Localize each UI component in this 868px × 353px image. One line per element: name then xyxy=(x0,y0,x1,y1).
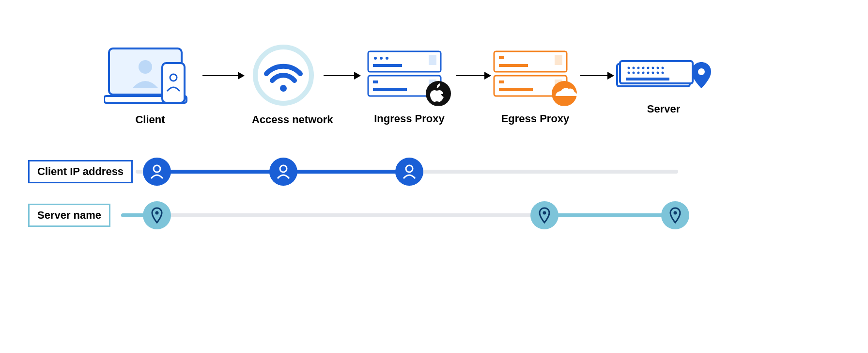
svg-rect-11 xyxy=(373,64,402,67)
marker-server-name-at-egress xyxy=(530,201,558,229)
svg-rect-14 xyxy=(373,80,378,83)
svg-point-42 xyxy=(652,72,654,74)
svg-point-35 xyxy=(657,67,659,69)
legend-client-ip-label: Client IP address xyxy=(37,165,124,177)
node-access-network: Access network xyxy=(252,44,315,126)
node-egress-label: Egress Proxy xyxy=(492,112,579,125)
svg-rect-45 xyxy=(626,78,669,80)
svg-rect-19 xyxy=(499,56,504,59)
user-icon xyxy=(276,164,291,179)
user-icon xyxy=(150,164,164,179)
svg-point-9 xyxy=(380,57,383,60)
server-stack-orange-icon xyxy=(492,48,579,106)
svg-point-41 xyxy=(647,72,650,74)
svg-point-10 xyxy=(386,57,388,60)
svg-rect-12 xyxy=(429,55,436,65)
user-icon xyxy=(402,164,417,179)
svg-point-39 xyxy=(637,72,640,74)
marker-server-name-at-client xyxy=(143,201,171,229)
svg-point-46 xyxy=(698,68,705,75)
legend-client-ip: Client IP address xyxy=(28,160,133,183)
arrow-ingress-to-egress xyxy=(456,75,490,76)
arrow-egress-to-server xyxy=(580,75,613,76)
svg-point-48 xyxy=(280,165,287,172)
node-server-label: Server xyxy=(615,103,712,115)
svg-point-37 xyxy=(628,72,630,74)
svg-point-34 xyxy=(652,67,654,69)
arrow-client-to-access xyxy=(202,75,244,76)
legend-server-name: Server name xyxy=(28,204,110,227)
svg-point-38 xyxy=(633,72,635,74)
pin-icon xyxy=(669,207,682,224)
svg-point-44 xyxy=(662,72,664,74)
svg-point-47 xyxy=(154,165,160,172)
legend-server-name-label: Server name xyxy=(37,209,101,221)
svg-point-52 xyxy=(674,211,677,215)
arrow-access-to-ingress xyxy=(324,75,360,76)
node-egress-proxy: Egress Proxy xyxy=(492,48,579,125)
svg-point-30 xyxy=(633,67,635,69)
client-devices-icon xyxy=(104,44,196,107)
node-ingress-label: Ingress Proxy xyxy=(366,112,453,125)
node-ingress-proxy: Ingress Proxy xyxy=(366,48,453,125)
svg-point-29 xyxy=(628,67,630,69)
pin-icon xyxy=(538,207,551,224)
node-access-label: Access network xyxy=(252,113,315,126)
svg-point-31 xyxy=(637,67,640,69)
node-server: Server xyxy=(615,57,712,115)
svg-point-49 xyxy=(406,165,413,172)
node-client-label: Client xyxy=(104,113,196,126)
svg-rect-3 xyxy=(162,63,185,103)
marker-server-name-at-server xyxy=(661,201,689,229)
svg-point-51 xyxy=(543,211,546,215)
marker-client-ip-at-access xyxy=(269,158,297,186)
svg-point-40 xyxy=(642,72,645,74)
svg-point-43 xyxy=(657,72,659,74)
svg-rect-20 xyxy=(499,64,528,67)
node-client: Client xyxy=(104,44,196,126)
pin-icon xyxy=(151,207,163,224)
svg-point-36 xyxy=(662,67,664,69)
svg-rect-15 xyxy=(373,88,407,91)
svg-rect-24 xyxy=(499,88,533,91)
svg-rect-23 xyxy=(499,80,504,83)
marker-client-ip-at-ingress xyxy=(395,158,423,186)
svg-point-2 xyxy=(139,60,152,74)
svg-point-33 xyxy=(647,67,650,69)
svg-point-32 xyxy=(642,67,645,69)
svg-point-6 xyxy=(280,85,287,92)
server-stack-blue-icon xyxy=(366,48,453,106)
svg-point-8 xyxy=(374,57,377,60)
wifi-icon xyxy=(252,44,315,107)
svg-rect-21 xyxy=(555,55,562,65)
svg-point-50 xyxy=(155,211,159,215)
diagram-stage: Client Access network Ingress Proxy xyxy=(0,0,868,353)
marker-client-ip-at-client xyxy=(143,158,171,186)
server-location-icon xyxy=(615,57,712,96)
